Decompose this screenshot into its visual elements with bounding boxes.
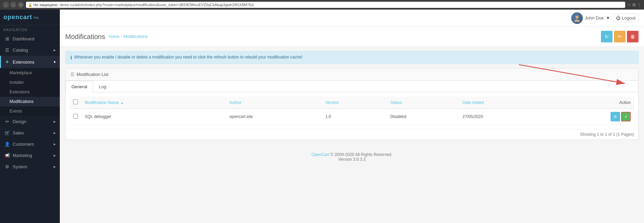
breadcrumb-current[interactable]: Modifications xyxy=(124,34,148,39)
sidebar-item-label: Marketing xyxy=(13,153,32,158)
sidebar-sub-label: Extensions xyxy=(10,90,30,94)
delete-button[interactable]: 🗑 xyxy=(627,31,639,42)
table-head: Modification Name ▲ Author Version xyxy=(70,96,634,109)
select-all-header xyxy=(70,96,81,109)
user-dropdown[interactable]: John Doe ▼ xyxy=(571,12,611,24)
chevron-down-icon: ▼ xyxy=(53,60,56,64)
row-checkbox-cell xyxy=(70,109,81,125)
sidebar-item-sales[interactable]: 🛒 Sales ► xyxy=(0,127,60,139)
card-title: Modification List xyxy=(77,72,108,77)
modification-list-card: ☰ Modification List General Log xyxy=(65,68,639,140)
info-icon: ℹ xyxy=(70,55,72,60)
breadcrumb: Home › Modifications xyxy=(109,34,148,39)
sidebar-item-catalog[interactable]: ☰ Catalog ► xyxy=(0,44,60,56)
content-main: Modifications Home › Modifications ↻ ✏ xyxy=(60,27,644,223)
trash-icon: 🗑 xyxy=(630,34,635,39)
col-header-name[interactable]: Modification Name ▲ xyxy=(81,96,226,109)
browser-bar: ← → ↻ 🔓 Не защищено demo.ru/admin/index.… xyxy=(0,0,644,10)
sidebar-item-label: System xyxy=(13,164,27,169)
system-icon: ⚙ xyxy=(4,164,10,169)
back-button[interactable]: ← xyxy=(3,2,9,8)
sidebar-item-label: Design xyxy=(13,119,26,124)
sidebar-item-label: Dashboard xyxy=(13,36,35,41)
refresh-button[interactable]: ↻ xyxy=(601,31,613,42)
sidebar-item-label: Extensions xyxy=(13,60,35,65)
alert-message: Whenever you enable / disable or delete … xyxy=(74,55,303,60)
pagination-info: Showing 1 to 1 of 1 (1 Pages) xyxy=(66,129,638,140)
refresh-button[interactable]: ↻ xyxy=(18,2,24,8)
row-date-added: 27/05/2020 xyxy=(459,109,549,125)
user-name: John Doe xyxy=(585,15,604,21)
sidebar-item-design[interactable]: ✏ Design ► xyxy=(0,116,60,127)
marketing-icon: 📢 xyxy=(4,153,10,158)
sidebar-sub-label: Marketplace xyxy=(10,70,32,75)
tab-general-label: General xyxy=(71,84,87,89)
alert-banner: ℹ Whenever you enable / disable or delet… xyxy=(65,51,639,64)
customers-icon: 👤 xyxy=(4,142,10,147)
more-icon[interactable]: ⋮ xyxy=(637,2,641,7)
sidebar-item-marketing[interactable]: 📢 Marketing ► xyxy=(0,150,60,161)
sidebar-item-installer[interactable]: Installer xyxy=(0,78,60,87)
row-action-cell: ⚙ ✓ xyxy=(549,109,634,125)
lock-icon: 🔓 xyxy=(28,3,32,7)
footer-line1: OpenCart © 2009-2020 All Rights Reserved… xyxy=(67,152,637,157)
tab-general[interactable]: General xyxy=(66,81,93,92)
edit-icon: ⚙ xyxy=(614,115,617,119)
row-checkbox[interactable] xyxy=(73,114,78,119)
sidebar-item-extensions[interactable]: + Extensions ▼ xyxy=(0,56,60,68)
sidebar-sub-label: Events xyxy=(10,109,22,114)
avatar xyxy=(571,12,583,24)
content-area: John Doe ▼ ⏻ Logout Modifications Home ›… xyxy=(60,10,644,223)
row-version: 1.0 xyxy=(322,109,387,125)
avatar-image xyxy=(571,12,583,24)
breadcrumb-home[interactable]: Home xyxy=(109,34,120,39)
col-version-label: Version xyxy=(325,100,339,105)
svg-point-0 xyxy=(575,15,579,19)
footer: OpenCart © 2009-2020 All Rights Reserved… xyxy=(60,145,644,169)
col-action-label: Action xyxy=(619,100,631,105)
select-all-checkbox[interactable] xyxy=(73,100,78,104)
dashboard-icon: ⊞ xyxy=(4,36,10,41)
top-header: John Doe ▼ ⏻ Logout xyxy=(60,10,644,27)
footer-version: Version 3.0.3.3 xyxy=(67,157,637,162)
sidebar-item-label: Sales xyxy=(13,130,24,135)
row-edit-button[interactable]: ⚙ xyxy=(611,112,620,121)
logout-button[interactable]: ⏻ Logout xyxy=(613,14,639,22)
sidebar-item-dashboard[interactable]: ⊞ Dashboard xyxy=(0,33,60,44)
sidebar-sub-label: Modifications xyxy=(10,99,33,104)
sidebar-item-marketplace[interactable]: Marketplace xyxy=(0,68,60,78)
chevron-right-icon: ► xyxy=(53,165,56,169)
logo-icon: ≈» xyxy=(33,15,39,20)
sidebar: opencart ≈» NAVIGATION ⊞ Dashboard ☰ Cat… xyxy=(0,10,60,223)
footer-copyright: © 2009-2020 All Rights Reserved. xyxy=(331,152,392,157)
col-header-action: Action xyxy=(549,96,634,109)
star-icon[interactable]: ☆ xyxy=(627,2,631,7)
forward-button[interactable]: → xyxy=(10,2,16,8)
sidebar-item-modifications[interactable]: Modifications xyxy=(0,97,60,106)
col-date-label: Date Added xyxy=(462,100,484,105)
edit-button[interactable]: ✏ xyxy=(614,31,626,42)
row-enable-button[interactable]: ✓ xyxy=(621,112,631,121)
svg-point-1 xyxy=(574,19,580,22)
sidebar-item-system[interactable]: ⚙ System ► xyxy=(0,161,60,172)
chevron-right-icon: ► xyxy=(53,154,56,157)
row-action-buttons: ⚙ ✓ xyxy=(552,112,631,121)
tab-log[interactable]: Log xyxy=(93,81,112,92)
extensions-icon[interactable]: ⊞ xyxy=(632,2,636,7)
col-header-status: Status xyxy=(387,96,459,109)
sidebar-item-customers[interactable]: 👤 Customers ► xyxy=(0,139,60,150)
col-header-version: Version xyxy=(322,96,387,109)
page-header: Modifications Home › Modifications ↻ ✏ xyxy=(60,27,644,47)
url-path: demo.ru/admin/index.php?route=marketplac… xyxy=(60,3,254,7)
address-bar[interactable]: 🔓 Не защищено demo.ru/admin/index.php?ro… xyxy=(26,2,625,8)
row-status: Disabled xyxy=(387,109,459,125)
footer-brand-link[interactable]: OpenCart xyxy=(311,152,329,157)
browser-action-buttons: ☆ ⊞ ⋮ xyxy=(627,2,641,7)
sidebar-item-events[interactable]: Events xyxy=(0,106,60,116)
header-actions: ↻ ✏ 🗑 xyxy=(601,31,639,42)
sidebar-item-extensions-sub[interactable]: Extensions xyxy=(0,87,60,97)
showing-label: Showing 1 to 1 of 1 (1 Pages) xyxy=(580,132,634,137)
sidebar-item-label: Customers xyxy=(13,142,34,147)
page-title-section: Modifications Home › Modifications xyxy=(65,33,148,41)
url-text: Не защищено xyxy=(33,3,58,7)
